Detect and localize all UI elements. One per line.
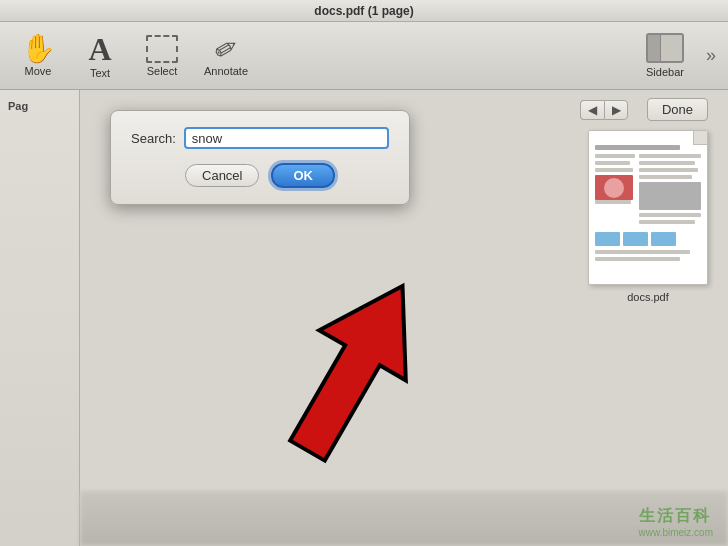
nav-back-button[interactable]: ◀ [580, 100, 604, 120]
search-label: Search: [131, 131, 176, 146]
watermark-url: www.bimeiz.com [639, 527, 713, 538]
tool-select[interactable]: Select [132, 31, 192, 81]
done-button[interactable]: Done [647, 98, 708, 121]
annotate-icon: ✏ [209, 31, 243, 67]
watermark-chinese: 生活百科 [639, 506, 713, 527]
toolbar: ✋ Move A Text Select ✏ Annotate Sidebar … [0, 22, 728, 90]
search-row: Search: [131, 127, 389, 149]
tool-move[interactable]: ✋ Move [8, 31, 68, 81]
tool-move-label: Move [25, 65, 52, 77]
pages-panel: Pag [0, 90, 80, 546]
tool-text[interactable]: A Text [70, 29, 130, 83]
window-title: docs.pdf (1 page) [314, 4, 413, 18]
select-icon [146, 35, 178, 63]
title-bar: docs.pdf (1 page) [0, 0, 728, 22]
pdf-content [595, 145, 701, 261]
cancel-button[interactable]: Cancel [185, 164, 259, 187]
nav-forward-button[interactable]: ▶ [604, 100, 628, 120]
text-icon: A [88, 33, 111, 65]
move-icon: ✋ [21, 35, 56, 63]
tool-text-label: Text [90, 67, 110, 79]
content-area: Pag ◀ ▶ Done Search: Cancel OK [0, 90, 728, 546]
ok-button[interactable]: OK [271, 163, 335, 188]
watermark: 生活百科 www.bimeiz.com [639, 506, 713, 538]
search-dialog: Search: Cancel OK [110, 110, 410, 205]
search-input[interactable] [184, 127, 389, 149]
page-corner [693, 131, 707, 145]
sidebar-icon [646, 33, 684, 63]
navigation-buttons: ◀ ▶ [580, 100, 628, 120]
pdf-thumbnail[interactable] [588, 130, 708, 285]
bottom-blur [80, 491, 728, 546]
red-arrow [240, 262, 460, 496]
main-content: ◀ ▶ Done Search: Cancel OK [80, 90, 728, 546]
sidebar-button[interactable]: Sidebar [630, 29, 700, 82]
sidebar-label: Sidebar [646, 66, 684, 78]
pdf-thumbnail-area: docs.pdf [588, 130, 708, 303]
pdf-filename: docs.pdf [627, 291, 669, 303]
tool-select-label: Select [147, 65, 178, 77]
dialog-buttons: Cancel OK [131, 163, 389, 188]
pages-panel-header: Pag [4, 98, 75, 114]
svg-marker-0 [264, 262, 446, 476]
tool-annotate[interactable]: ✏ Annotate [194, 31, 258, 81]
toolbar-overflow-button[interactable]: » [702, 41, 720, 70]
